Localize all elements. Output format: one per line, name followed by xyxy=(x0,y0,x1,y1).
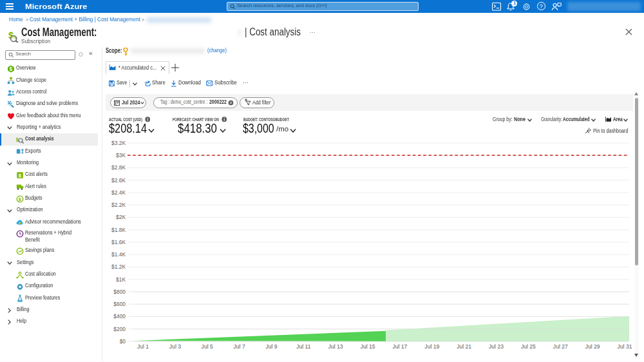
svg-text:$1K: $1K xyxy=(116,276,126,283)
svg-text:$1.2K: $1.2K xyxy=(111,263,126,270)
svg-text:$2.8K: $2.8K xyxy=(111,164,126,171)
svg-text:Jul 23: Jul 23 xyxy=(489,343,504,350)
svg-text:$3.2K: $3.2K xyxy=(111,140,126,146)
svg-text:Jul 11: Jul 11 xyxy=(296,343,311,350)
svg-text:$1.8K: $1.8K xyxy=(111,227,126,233)
svg-text:$: $ xyxy=(9,66,12,72)
svg-text:$200: $200 xyxy=(113,326,126,332)
svg-text:Jul 17: Jul 17 xyxy=(392,343,407,350)
svg-text:$: $ xyxy=(19,196,22,202)
svg-text:$1.6K: $1.6K xyxy=(111,239,126,245)
svg-text:Jul 9: Jul 9 xyxy=(265,343,277,350)
svg-text:$800: $800 xyxy=(113,289,126,295)
svg-text:Jul 27: Jul 27 xyxy=(553,343,568,350)
svg-text:Jul 25: Jul 25 xyxy=(521,343,536,350)
svg-text:Jul 7: Jul 7 xyxy=(234,343,245,350)
svg-text:Jul 19: Jul 19 xyxy=(424,343,439,350)
svg-text:Jul 13: Jul 13 xyxy=(328,343,343,350)
svg-text:Jul 31: Jul 31 xyxy=(618,343,632,350)
svg-text:$2K: $2K xyxy=(116,214,126,220)
svg-text:Jul 3: Jul 3 xyxy=(169,343,181,350)
svg-text:$2.2K: $2.2K xyxy=(111,202,126,208)
svg-text:$2.4K: $2.4K xyxy=(111,189,126,196)
svg-text:$0: $0 xyxy=(120,338,126,345)
svg-text:$: $ xyxy=(19,173,22,178)
svg-text:$600: $600 xyxy=(113,301,126,307)
svg-text:$3K: $3K xyxy=(116,152,126,158)
svg-text:Jul 15: Jul 15 xyxy=(361,343,375,350)
svg-text:$1.4K: $1.4K xyxy=(111,251,126,258)
svg-text:Jul 29: Jul 29 xyxy=(585,343,600,350)
svg-text:Jul 21: Jul 21 xyxy=(457,343,471,350)
svg-text:$400: $400 xyxy=(113,313,126,319)
svg-text:Jul 1: Jul 1 xyxy=(137,343,149,350)
svg-text:Jul 5: Jul 5 xyxy=(202,343,213,350)
svg-text:$2.6K: $2.6K xyxy=(111,177,126,184)
